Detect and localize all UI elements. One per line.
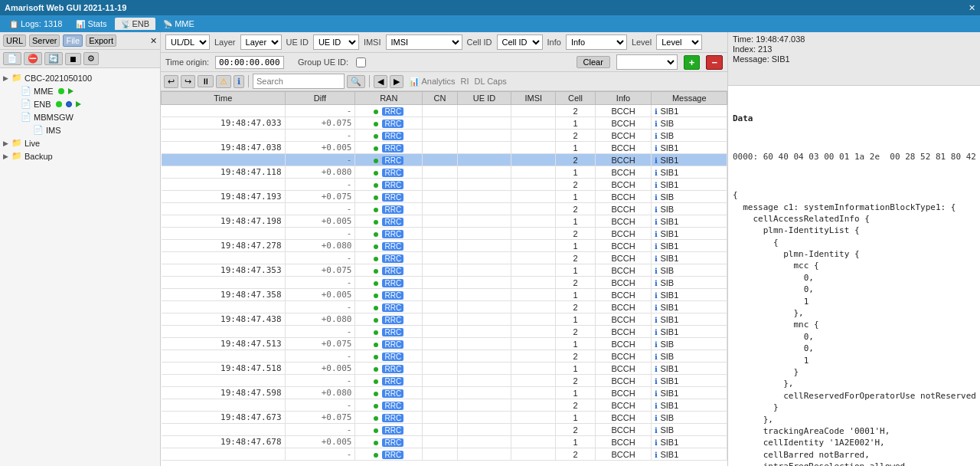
cell-id-select[interactable]: Cell ID	[497, 34, 543, 50]
cell-info: BCCH	[595, 191, 652, 203]
rh-index: Index: 213	[733, 44, 975, 54]
table-row[interactable]: - RRC 2 BCCH ℹ SIB	[162, 130, 727, 142]
search-icon-button[interactable]: 🔍	[347, 75, 365, 88]
table-row[interactable]: - RRC 2 BCCH ℹ SIB1	[162, 105, 727, 117]
table-row[interactable]: - RRC 2 BCCH ℹ SIB1	[162, 399, 727, 412]
url-btn[interactable]: URL	[3, 34, 26, 47]
table-row[interactable]: 19:48:47.198 +0.005 RRC 1 BCCH ℹ SIB1	[162, 215, 727, 228]
table-row[interactable]: 19:48:47.598 +0.080 RRC 1 BCCH ℹ SIB1	[162, 387, 727, 399]
level-select[interactable]: Level	[656, 34, 702, 50]
ul-dl-select[interactable]: UL/DLULDL	[165, 34, 210, 50]
cell-time: 19:48:47.038	[162, 142, 286, 154]
warning-button[interactable]: ⚠	[216, 75, 231, 88]
tree-item-enb[interactable]: 📄 ENB	[0, 97, 160, 110]
tab-enb[interactable]: 📡 ENB	[115, 18, 156, 30]
info-button[interactable]: ℹ	[234, 75, 244, 88]
sidebar-refresh-btn[interactable]: 🔄	[44, 52, 63, 65]
search-input[interactable]	[253, 74, 345, 89]
pause-button[interactable]: ⏸	[198, 75, 214, 87]
table-row[interactable]: 19:48:47.033 +0.075 RRC 1 BCCH ℹ SIB	[162, 117, 727, 130]
tab-mme[interactable]: 📡 MME	[157, 18, 201, 30]
cell-info: BCCH	[595, 375, 652, 387]
table-row[interactable]: 19:48:47.278 +0.080 RRC 1 BCCH ℹ SIB1	[162, 240, 727, 252]
table-row[interactable]: - RRC 2 BCCH ℹ SIB1	[162, 154, 727, 166]
rrc-badge: RRC	[382, 426, 403, 435]
table-row[interactable]: - RRC 2 BCCH ℹ SIB1	[162, 326, 727, 338]
table-row[interactable]: 19:48:47.358 +0.005 RRC 1 BCCH ℹ SIB1	[162, 289, 727, 301]
sidebar-new-btn[interactable]: 📄	[3, 52, 21, 65]
cell-message: ℹ SIB1	[652, 105, 727, 117]
export-btn[interactable]: Export	[86, 34, 116, 47]
clear-options-select[interactable]	[616, 54, 678, 70]
imsi-select[interactable]: IMSI	[386, 34, 462, 50]
table-row[interactable]: - RRC 2 BCCH ℹ SIB	[162, 203, 727, 215]
table-row[interactable]: - RRC 2 BCCH ℹ SIB1	[162, 252, 727, 264]
sidebar-close-icon[interactable]: ✕	[150, 36, 157, 46]
cell-ue-id	[457, 387, 511, 399]
sidebar-stop-btn[interactable]: ⏹	[65, 53, 81, 65]
table-row[interactable]: - RRC 2 BCCH ℹ SIB1	[162, 448, 727, 461]
tab-logs[interactable]: 📋 Logs: 1318	[3, 18, 68, 30]
table-row[interactable]: - RRC 2 BCCH ℹ SIB1	[162, 375, 727, 387]
code-line: }	[733, 366, 975, 378]
table-row[interactable]: 19:48:47.513 +0.075 RRC 1 BCCH ℹ SIB	[162, 338, 727, 350]
ims-label: IMS	[46, 126, 61, 135]
tree-item-ims[interactable]: 📄 IMS	[0, 123, 160, 136]
cell-imsi	[511, 301, 556, 313]
table-row[interactable]: 19:48:47.118 +0.080 RRC 1 BCCH ℹ SIB1	[162, 166, 727, 179]
table-row[interactable]: - RRC 2 BCCH ℹ SIB1	[162, 301, 727, 313]
cell-ue-id	[457, 240, 511, 252]
tree-item-mbmsgw[interactable]: 📄 MBMSGW	[0, 110, 160, 123]
cell-imsi	[511, 448, 556, 461]
backup-label: Backup	[24, 152, 53, 161]
layer-select[interactable]: LayerRRCNAS	[240, 34, 282, 50]
file-btn[interactable]: File	[63, 34, 83, 47]
clear-button[interactable]: Clear	[577, 56, 610, 68]
code-line: 0,	[733, 272, 975, 284]
time-origin-input[interactable]	[215, 56, 284, 69]
tree-item-cbc[interactable]: ▶ 📁 CBC-2021050100	[0, 71, 160, 84]
rrc-badge: RRC	[382, 267, 403, 275]
cell-diff: -	[285, 252, 355, 264]
ue-id-select[interactable]: UE ID	[313, 34, 359, 50]
table-row[interactable]: - RRC 2 BCCH ℹ SIB	[162, 424, 727, 436]
close-icon[interactable]: ✕	[969, 3, 975, 13]
tree-item-mme[interactable]: 📄 MME	[0, 84, 160, 97]
table-row[interactable]: 19:48:47.678 +0.005 RRC 1 BCCH ℹ SIB1	[162, 436, 727, 448]
add-filter-button[interactable]: +	[684, 55, 701, 70]
tree-item-backup[interactable]: ▶ 📁 Backup	[0, 149, 160, 162]
table-row[interactable]: 19:48:47.193 +0.075 RRC 1 BCCH ℹ SIB	[162, 191, 727, 203]
table-row[interactable]: 19:48:47.438 +0.080 RRC 1 BCCH ℹ SIB1	[162, 313, 727, 326]
enb-status-blue-icon	[66, 101, 72, 107]
go-forward-button[interactable]: ↪	[181, 75, 195, 88]
sidebar-delete-btn[interactable]: ⛔	[24, 52, 42, 65]
nav-left-button[interactable]: ◀	[374, 75, 387, 88]
tree-item-live[interactable]: ▶ 📁 Live	[0, 136, 160, 149]
sidebar-config-btn[interactable]: ⚙	[83, 52, 99, 65]
table-row[interactable]: - RRC 2 BCCH ℹ SIB	[162, 277, 727, 289]
table-row[interactable]: 19:48:47.518 +0.005 RRC 1 BCCH ℹ SIB1	[162, 363, 727, 375]
table-row[interactable]: - RRC 2 BCCH ℹ SIB1	[162, 179, 727, 191]
server-btn[interactable]: Server	[29, 34, 60, 47]
table-row[interactable]: 19:48:47.353 +0.075 RRC 1 BCCH ℹ SIB	[162, 264, 727, 277]
nav-right-button[interactable]: ▶	[390, 75, 403, 88]
cell-ue-id	[457, 399, 511, 412]
table-row[interactable]: 19:48:47.038 +0.005 RRC 1 BCCH ℹ SIB1	[162, 142, 727, 154]
info-select[interactable]: Info	[566, 34, 627, 50]
cell-diff: -	[285, 424, 355, 436]
rrc-badge: RRC	[382, 120, 403, 128]
cell-time	[162, 228, 286, 240]
group-ue-checkbox[interactable]	[356, 57, 366, 67]
cell-cn	[423, 105, 458, 117]
go-back-button[interactable]: ↩	[164, 75, 178, 88]
cell-message: ℹ SIB1	[652, 166, 727, 179]
table-row[interactable]: - RRC 2 BCCH ℹ SIB1	[162, 228, 727, 240]
cell-ue-id	[457, 117, 511, 130]
cell-info: BCCH	[595, 412, 652, 424]
table-row[interactable]: 19:48:47.673 +0.075 RRC 1 BCCH ℹ SIB	[162, 412, 727, 424]
tab-stats[interactable]: 📊 Stats	[70, 18, 113, 30]
cell-imsi	[511, 313, 556, 326]
table-row[interactable]: - RRC 2 BCCH ℹ SIB	[162, 350, 727, 363]
remove-filter-button[interactable]: −	[706, 55, 723, 70]
cell-ran: RRC	[355, 264, 423, 277]
